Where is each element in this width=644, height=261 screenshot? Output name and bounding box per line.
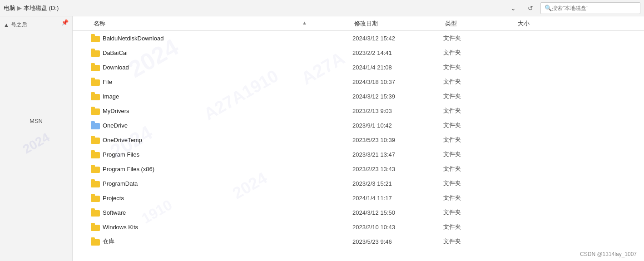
file-type: 文件夹 [443,107,516,115]
msn-label: MSN [30,117,43,124]
file-date: 2024/1/4 11:17 [352,195,443,202]
file-date: 2024/3/12 15:50 [352,209,443,216]
pin-icon[interactable]: 📌 [61,19,69,26]
file-name: Image [103,93,352,100]
table-row[interactable]: Image2024/3/12 15:39文件夹 [73,89,644,103]
file-type: 文件夹 [443,150,516,158]
file-name: MyDrivers [103,108,352,114]
breadcrumb-computer[interactable]: 电脑 [4,4,15,12]
table-row[interactable]: OneDriveTemp2023/5/23 10:39文件夹 [73,133,644,147]
file-type: 文件夹 [443,78,516,86]
file-type: 文件夹 [443,165,516,173]
nav-up-icon: ▲ [4,22,9,28]
search-box: 🔍 [540,2,640,14]
refresh-button[interactable]: ↺ [523,2,538,15]
table-row[interactable]: File2024/3/18 10:37文件夹 [73,74,644,89]
file-date: 2023/5/23 10:39 [352,137,443,143]
sidebar: ▲ 号之后 📌 2024 MSN [0,16,73,261]
sidebar-watermark-area: 2024 MSN [0,30,72,257]
file-type: 文件夹 [443,194,516,202]
file-name: DaBaiCai [103,49,352,56]
table-row[interactable]: OneDrive2023/9/1 10:42文件夹 [73,118,644,133]
file-type: 文件夹 [443,49,516,57]
attribution: CSDN @1314lay_1007 [580,251,637,257]
file-date: 2023/2/23 13:43 [352,166,443,172]
folder-icon [91,179,100,187]
file-name: Program Files [103,151,352,158]
file-date: 2023/5/23 9:46 [352,238,443,245]
table-row[interactable]: Download2024/1/4 21:08文件夹 [73,60,644,74]
folder-icon [91,49,100,57]
file-type: 文件夹 [443,179,516,187]
folder-icon [91,237,100,246]
file-type: 文件夹 [443,208,516,217]
file-date: 2024/3/12 15:42 [352,35,443,42]
file-name: BaiduNetdiskDownload [103,35,352,42]
file-date: 2023/9/1 10:42 [352,122,443,129]
table-header: ▲ 名称 修改日期 类型 大小 [73,16,644,31]
sidebar-label-back: 号之后 [11,21,27,29]
file-date: 2023/2/3 15:21 [352,180,443,187]
file-date: 2023/3/21 13:47 [352,151,443,158]
dropdown-button[interactable]: ⌄ [506,2,520,15]
folder-icon [91,92,100,100]
folder-icon [91,208,100,217]
col-header-name[interactable]: 名称 [91,20,354,28]
top-bar: 电脑 ▶ 本地磁盘 (D:) ⌄ ↺ 🔍 [0,0,644,16]
folder-icon [91,34,100,42]
table-row[interactable]: Program Files2023/3/21 13:47文件夹 [73,147,644,162]
table-row[interactable]: BaiduNetdiskDownload2024/3/12 15:42文件夹 [73,31,644,45]
main-area: ▲ 号之后 📌 2024 MSN ▲ 名称 修改日期 类型 大小 BaiduNe… [0,16,644,261]
breadcrumb: 电脑 ▶ 本地磁盘 (D:) [4,4,59,12]
file-name: Windows Kits [103,224,352,231]
folder-icon [91,165,100,173]
col-header-type[interactable]: 类型 [445,20,518,28]
file-type: 文件夹 [443,92,516,100]
file-name: 仓库 [103,237,352,246]
file-date: 2024/1/4 21:08 [352,64,443,71]
table-row[interactable]: Software2024/3/12 15:50文件夹 [73,205,644,220]
search-icon: 🔍 [545,5,552,11]
file-area: ▲ 名称 修改日期 类型 大小 BaiduNetdiskDownload2024… [73,16,644,261]
folder-icon [91,63,100,71]
file-date: 2024/3/18 10:37 [352,79,443,85]
file-type: 文件夹 [443,34,516,42]
folder-icon [91,150,100,158]
sort-up-icon: ▲ [302,20,307,25]
folder-icon [91,136,100,144]
folder-icon [91,223,100,231]
table-row[interactable]: ProgramData2023/2/3 15:21文件夹 [73,176,644,191]
folder-icon [91,121,100,129]
table-row[interactable]: Windows Kits2023/2/10 10:43文件夹 [73,220,644,234]
file-date: 2023/2/13 9:03 [352,108,443,114]
file-list[interactable]: BaiduNetdiskDownload2024/3/12 15:42文件夹Da… [73,31,644,261]
table-row[interactable]: Program Files (x86)2023/2/23 13:43文件夹 [73,162,644,176]
file-type: 文件夹 [443,63,516,71]
file-name: OneDriveTemp [103,137,352,143]
file-name: OneDrive [103,122,352,129]
folder-icon [91,194,100,202]
file-name: ProgramData [103,180,352,187]
col-header-size[interactable]: 大小 [518,20,572,28]
search-input[interactable] [552,5,636,11]
breadcrumb-separator: ▶ [17,5,22,11]
file-type: 文件夹 [443,136,516,144]
file-name: Software [103,209,352,216]
file-name: Program Files (x86) [103,166,352,172]
file-name: Download [103,64,352,71]
folder-icon [91,78,100,86]
table-row[interactable]: Projects2024/1/4 11:17文件夹 [73,191,644,205]
file-date: 2023/2/2 14:41 [352,49,443,56]
file-date: 2024/3/12 15:39 [352,93,443,100]
top-bar-actions: ⌄ ↺ 🔍 [506,2,640,15]
breadcrumb-drive[interactable]: 本地磁盘 (D:) [24,4,59,12]
col-header-date[interactable]: 修改日期 [354,20,445,28]
folder-icon [91,107,100,115]
table-row[interactable]: 仓库2023/5/23 9:46文件夹 [73,234,644,249]
file-name: File [103,79,352,85]
file-date: 2023/2/10 10:43 [352,224,443,231]
table-row[interactable]: MyDrivers2023/2/13 9:03文件夹 [73,103,644,118]
file-type: 文件夹 [443,121,516,129]
sidebar-watermark: 2024 [20,130,52,157]
table-row[interactable]: DaBaiCai2023/2/2 14:41文件夹 [73,45,644,60]
